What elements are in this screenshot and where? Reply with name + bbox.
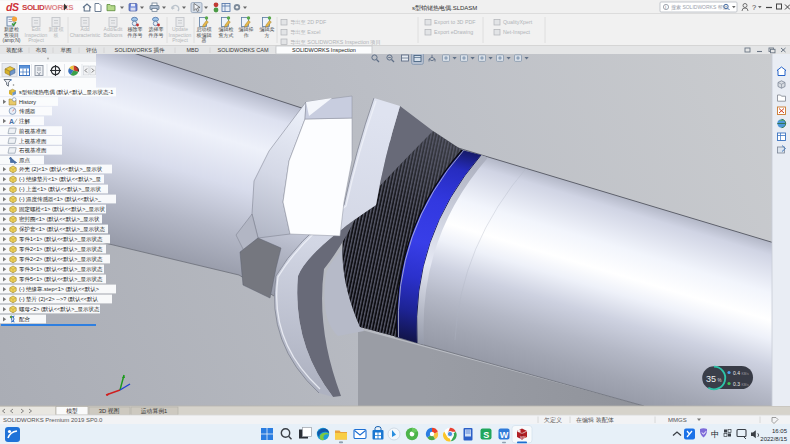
svg-text:Project: Project [172,37,188,43]
svg-text:i: i [665,4,666,10]
svg-text:Balloons: Balloons [103,32,123,38]
svg-text:密封圈<1> (默认<<默认>_显示状: 密封圈<1> (默认<<默认>_显示状 [19,216,100,222]
svg-text:零件2<1> (默认<<默认>_显示状态: 零件2<1> (默认<<默认>_显示状态 [19,246,103,252]
svg-text:模型: 模型 [66,407,78,414]
svg-text:SOLIDWORKS 插件: SOLIDWORKS 插件 [115,47,165,54]
svg-text:装配体: 装配体 [6,47,23,54]
svg-text:(-) 垫片 (2)<2> -->? (默认<<默认: (-) 垫片 (2)<2> -->? (默认<<默认 [19,296,99,303]
svg-text:欠定义: 欠定义 [544,416,562,424]
svg-text:History: History [19,99,36,105]
svg-text:S: S [483,430,489,440]
svg-text:dS: dS [6,1,19,13]
svg-text:零件5<1> (默认<<默认>_显示状态: 零件5<1> (默认<<默认>_显示状态 [19,276,103,282]
svg-text:导出至 SOLIDWORKS Inspection 项目: 导出至 SOLIDWORKS Inspection 项目 [290,39,381,46]
svg-text:Characteristic: Characteristic [70,32,101,38]
svg-text:件序号: 件序号 [148,32,164,39]
svg-text:板: 板 [53,32,59,38]
svg-text:前视基准面: 前视基准面 [19,128,47,135]
svg-text:2022/8/15: 2022/8/15 [760,436,787,442]
svg-text:0.3: 0.3 [733,381,740,387]
svg-text:SOLIDWORKS CAM: SOLIDWORKS CAM [217,47,268,53]
svg-text:0.4: 0.4 [733,370,740,376]
svg-text:运动算例1: 运动算例1 [141,408,167,415]
svg-text:传感器: 传感器 [19,108,36,114]
svg-text:在编辑 装配体: 在编辑 装配体 [576,417,614,424]
svg-text:外壳 (2)<1> (默认<<默认>_显示状: 外壳 (2)<1> (默认<<默认>_显示状 [19,166,103,173]
svg-text:导出至 Excel: 导出至 Excel [290,29,320,35]
svg-text:16:05: 16:05 [772,428,788,434]
svg-text:方: 方 [265,32,270,39]
svg-text:配合: 配合 [19,316,31,323]
svg-text:A: A [9,118,14,125]
svg-text:螺母<2> (默认<<默认>_显示状态: 螺母<2> (默认<<默认>_显示状态 [19,306,100,312]
svg-text:草图: 草图 [61,47,72,54]
svg-text:零件2<2> (默认<<默认>_显示状态: 零件2<2> (默认<<默认>_显示状态 [19,256,103,262]
svg-text:SOLIDWORKS Premium 2019 SP0.0: SOLIDWORKS Premium 2019 SP0.0 [3,417,103,423]
svg-text:s型铂铑热电偶.SLDASM: s型铂铑热电偶.SLDASM [412,4,477,12]
svg-text:W: W [500,430,509,440]
svg-text:器: 器 [202,37,207,43]
svg-text:保护套<1> (默认<<默认>_显示状态: 保护套<1> (默认<<默认>_显示状态 [19,226,106,232]
svg-text:查方式: 查方式 [219,32,234,39]
svg-text:注解: 注解 [19,118,31,125]
svg-text:右视基准面: 右视基准面 [19,147,47,154]
svg-text:上视基准面: 上视基准面 [19,138,47,145]
svg-text:MMGS: MMGS [668,417,687,423]
svg-text:(-) 绝缘垫片<1> (默认<<默认>_显: (-) 绝缘垫片<1> (默认<<默认>_显 [19,176,102,183]
svg-text:Export eDrawing: Export eDrawing [434,29,473,35]
svg-text:Export to 3D PDF: Export to 3D PDF [434,19,476,25]
svg-text:35: 35 [706,374,716,384]
svg-text:MBD: MBD [186,47,198,53]
svg-text:零件1<1> (默认<<默认>_显示状态: 零件1<1> (默认<<默认>_显示状态 [19,236,103,242]
svg-text:搜索 SOLIDWORKS 帮助: 搜索 SOLIDWORKS 帮助 [671,4,728,11]
svg-text:s型铂铑热电偶 (默认<默认_显示状态-1: s型铂铑热电偶 (默认<默认_显示状态-1 [19,89,113,96]
svg-text:SW: SW [520,436,526,440]
svg-text:KB/s: KB/s [742,372,749,376]
svg-text:SOLIDWORKS Inspection: SOLIDWORKS Inspection [292,47,356,53]
svg-text:%: % [718,378,722,383]
svg-text:(-) 温度传感器<1> (默认<<默认>_: (-) 温度传感器<1> (默认<<默认>_ [19,196,102,203]
svg-text:KB/s: KB/s [742,383,749,387]
svg-text:固定螺栓<1> (默认<<默认>_显示状: 固定螺栓<1> (默认<<默认>_显示状 [19,206,106,213]
svg-text:评估: 评估 [86,47,98,54]
svg-text:?: ? [752,3,756,12]
svg-text:(-) 绝缘靠.step<1> (默认<<默认>: (-) 绝缘靠.step<1> (默认<<默认> [19,286,99,292]
svg-text:Project: Project [28,37,44,43]
svg-text:QualityXpert: QualityXpert [503,19,533,25]
svg-text:Net-Inspect: Net-Inspect [503,29,531,35]
svg-text:件序号: 件序号 [127,32,143,39]
svg-text:(amp;N): (amp;N) [2,37,20,43]
svg-text:原点: 原点 [19,157,31,163]
svg-text:导出至 2D PDF: 导出至 2D PDF [290,19,327,25]
svg-text:3D 视图: 3D 视图 [99,407,120,415]
svg-text:布局: 布局 [36,47,48,54]
svg-text:中: 中 [711,429,720,439]
svg-text:零件3<1> (默认<<默认>_显示状态: 零件3<1> (默认<<默认>_显示状态 [19,266,103,272]
svg-text:(-) 上盖<1> (默认<<默认>_显示状: (-) 上盖<1> (默认<<默认>_显示状 [19,186,102,193]
